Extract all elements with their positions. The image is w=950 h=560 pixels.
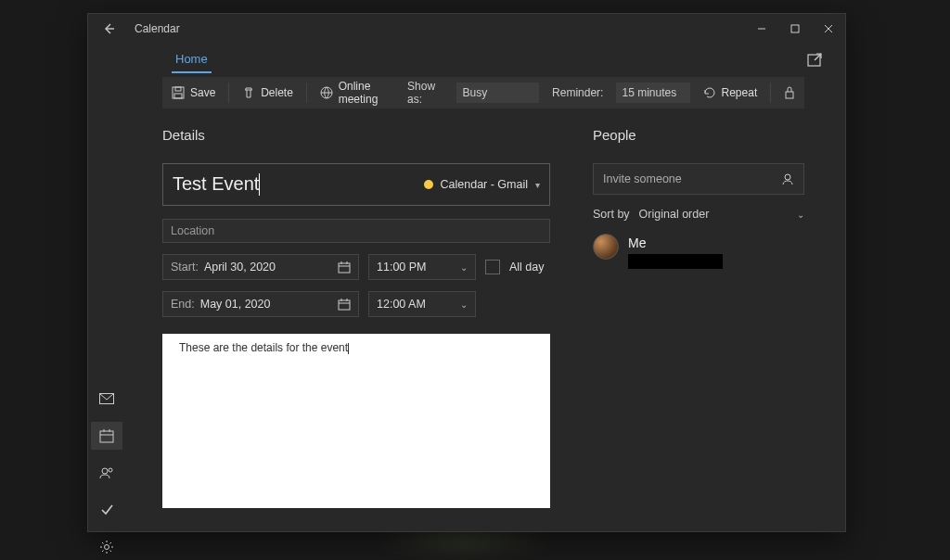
calendar-color-dot — [424, 180, 433, 189]
people-heading: People — [593, 127, 804, 143]
sort-by-select[interactable]: Original order — [639, 208, 710, 221]
svg-rect-7 — [174, 94, 182, 98]
globe-icon — [320, 86, 333, 99]
attendee-me: Me — [593, 234, 804, 269]
svg-point-24 — [102, 468, 108, 474]
lock-icon — [784, 86, 795, 99]
event-title-row: Test Event Calendar - Gmail ▾ — [162, 163, 550, 206]
sort-by-label: Sort by — [593, 208, 630, 221]
chevron-down-icon: ⌄ — [460, 299, 468, 310]
trash-icon — [242, 86, 255, 99]
attendee-email-redacted — [628, 254, 723, 269]
nav-settings-icon[interactable] — [91, 533, 122, 560]
back-button[interactable] — [99, 19, 118, 38]
start-time-select[interactable]: 11:00 PM ⌄ — [368, 254, 476, 280]
start-date-input[interactable]: Start: April 30, 2020 — [162, 254, 359, 280]
reminder-label: Reminder: — [552, 86, 603, 99]
reminder-select[interactable]: 15 minutes — [616, 83, 689, 103]
svg-line-33 — [102, 551, 104, 553]
svg-rect-20 — [100, 431, 113, 442]
online-meeting-button[interactable]: Online meeting — [320, 80, 394, 106]
show-as-label: Show as: — [407, 80, 443, 106]
divider — [228, 83, 229, 103]
private-button[interactable] — [784, 86, 795, 99]
text-cursor — [348, 343, 349, 354]
minimize-button[interactable] — [745, 14, 778, 44]
invite-input[interactable]: Invite someone — [593, 163, 804, 195]
svg-line-32 — [110, 551, 112, 553]
nav-mail-icon[interactable] — [91, 385, 122, 413]
chevron-down-icon[interactable]: ▾ — [535, 180, 540, 190]
repeat-button[interactable]: Repeat — [703, 86, 758, 99]
svg-line-34 — [110, 542, 112, 544]
end-date-input[interactable]: End: May 01, 2020 — [162, 291, 359, 317]
svg-rect-9 — [786, 92, 793, 98]
svg-point-26 — [105, 545, 109, 550]
svg-rect-10 — [339, 263, 350, 273]
svg-rect-14 — [339, 300, 350, 310]
nav-todo-icon[interactable] — [91, 496, 122, 524]
end-time-select[interactable]: 12:00 AM ⌄ — [368, 291, 476, 317]
show-as-select[interactable]: Busy — [456, 83, 539, 103]
toolbar: Save Delete Online meeting Show as: Busy… — [162, 77, 804, 108]
save-icon — [172, 86, 185, 99]
svg-line-31 — [102, 542, 104, 544]
calendar-icon — [338, 298, 351, 311]
location-input[interactable]: Location — [162, 219, 550, 243]
event-title-input[interactable]: Test Event — [173, 173, 417, 197]
details-heading: Details — [162, 127, 550, 143]
svg-point-25 — [109, 468, 112, 472]
svg-rect-6 — [175, 87, 181, 91]
svg-rect-1 — [791, 25, 799, 32]
nav-calendar-icon[interactable] — [91, 422, 122, 450]
text-cursor — [259, 173, 260, 196]
maximize-button[interactable] — [778, 14, 812, 44]
divider — [770, 83, 771, 103]
nav-people-icon[interactable] — [91, 459, 122, 487]
all-day-checkbox[interactable] — [485, 260, 500, 274]
attendee-name: Me — [628, 235, 723, 250]
repeat-icon — [703, 86, 716, 99]
all-day-label: All day — [509, 261, 545, 274]
svg-point-18 — [785, 174, 790, 180]
app-title: Calendar — [135, 22, 180, 35]
calendar-icon — [338, 261, 351, 274]
chevron-down-icon[interactable]: ⌄ — [797, 210, 804, 220]
avatar — [593, 234, 619, 260]
open-window-icon[interactable] — [806, 52, 823, 71]
description-input[interactable]: These are the details for the event — [162, 334, 550, 508]
delete-button[interactable]: Delete — [242, 86, 293, 99]
save-button[interactable]: Save — [172, 86, 215, 99]
calendar-select-label[interactable]: Calendar - Gmail — [441, 178, 528, 191]
tab-home[interactable]: Home — [172, 52, 212, 73]
chevron-down-icon: ⌄ — [460, 262, 468, 273]
close-button[interactable] — [812, 14, 845, 44]
divider — [306, 83, 307, 103]
person-icon — [781, 172, 794, 185]
